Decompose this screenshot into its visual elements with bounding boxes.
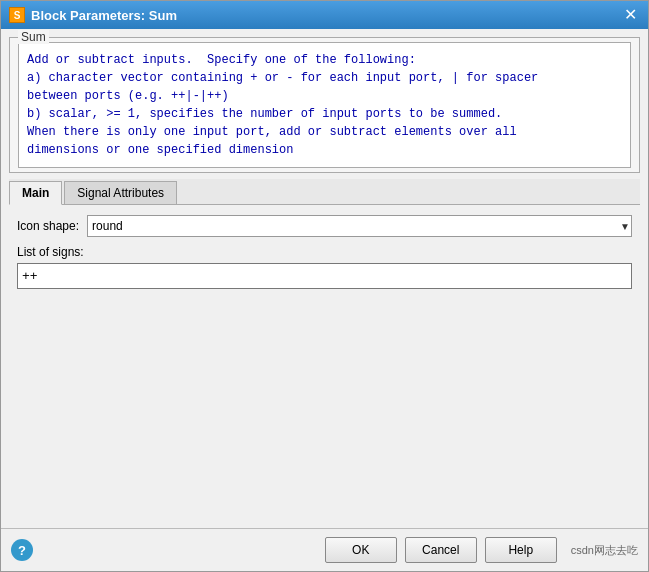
- tab-bar: Main Signal Attributes: [9, 179, 640, 205]
- desc-line-2: a) character vector containing + or - fo…: [27, 69, 622, 87]
- desc-line-6: dimensions or one specified dimension: [27, 141, 622, 159]
- icon-shape-select[interactable]: round rectangular: [87, 215, 632, 237]
- main-window: S Block Parameters: Sum ✕ Sum Add or sub…: [0, 0, 649, 572]
- icon-shape-label: Icon shape:: [17, 219, 79, 233]
- cancel-button[interactable]: Cancel: [405, 537, 477, 563]
- desc-line-5: When there is only one input port, add o…: [27, 123, 622, 141]
- ok-button[interactable]: OK: [325, 537, 397, 563]
- bottom-right-buttons: OK Cancel Help csdn网志去吃: [325, 537, 638, 563]
- description-group: Sum Add or subtract inputs. Specify one …: [9, 37, 640, 173]
- desc-line-4: b) scalar, >= 1, specifies the number of…: [27, 105, 622, 123]
- content-spacer: [17, 297, 632, 510]
- bottom-bar: ? OK Cancel Help csdn网志去吃: [1, 528, 648, 571]
- tab-signal-attributes[interactable]: Signal Attributes: [64, 181, 177, 204]
- desc-line-3: between ports (e.g. ++|-|++): [27, 87, 622, 105]
- desc-line-1: Add or subtract inputs. Specify one of t…: [27, 51, 622, 69]
- question-icon: ?: [18, 543, 26, 558]
- signs-input-wrapper: [17, 263, 632, 289]
- tabs-container: Main Signal Attributes Icon shape: round…: [9, 179, 640, 520]
- list-of-signs-label: List of signs:: [17, 245, 632, 259]
- title-bar: S Block Parameters: Sum ✕: [1, 1, 648, 29]
- help-button[interactable]: Help: [485, 537, 557, 563]
- close-icon: ✕: [624, 7, 637, 23]
- tab-main[interactable]: Main: [9, 181, 62, 205]
- app-icon: S: [9, 7, 25, 23]
- watermark-text: csdn网志去吃: [571, 543, 638, 558]
- list-of-signs-row: List of signs:: [17, 245, 632, 289]
- window-title: Block Parameters: Sum: [31, 8, 177, 23]
- icon-shape-select-wrapper: round rectangular ▼: [87, 215, 632, 237]
- help-icon-button[interactable]: ?: [11, 539, 33, 561]
- content-area: Sum Add or subtract inputs. Specify one …: [1, 29, 648, 528]
- icon-shape-row: Icon shape: round rectangular ▼: [17, 215, 632, 237]
- signs-input[interactable]: [17, 263, 632, 289]
- tab-content-main: Icon shape: round rectangular ▼ List of …: [9, 205, 640, 520]
- close-button[interactable]: ✕: [620, 5, 640, 25]
- group-label: Sum: [18, 30, 49, 44]
- title-bar-left: S Block Parameters: Sum: [9, 7, 177, 23]
- description-text: Add or subtract inputs. Specify one of t…: [18, 42, 631, 168]
